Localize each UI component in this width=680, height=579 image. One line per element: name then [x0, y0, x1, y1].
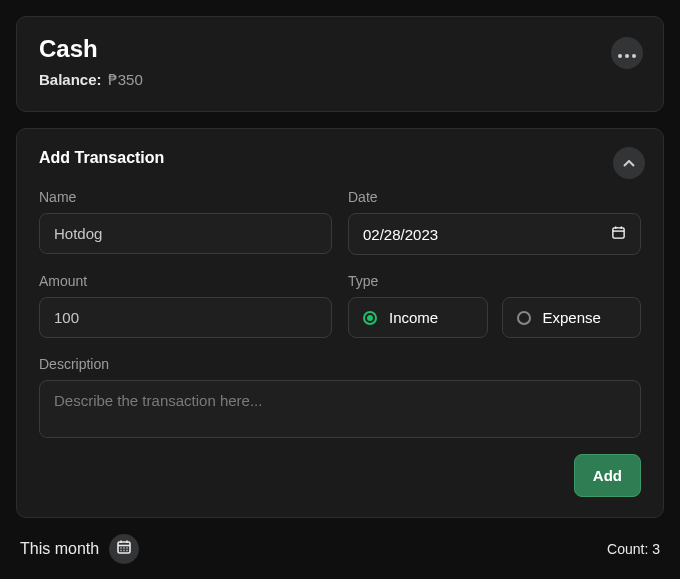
- calendar-icon: [611, 225, 626, 243]
- type-option-expense[interactable]: Expense: [502, 297, 642, 338]
- type-option-label: Income: [389, 309, 438, 326]
- date-label: Date: [348, 189, 641, 205]
- description-label: Description: [39, 356, 641, 372]
- type-option-label: Expense: [543, 309, 601, 326]
- balance-value: ₱350: [108, 71, 143, 88]
- chevron-up-icon: [623, 154, 635, 172]
- type-label: Type: [348, 273, 641, 289]
- amount-input[interactable]: [39, 297, 332, 338]
- period-picker-button[interactable]: [109, 534, 139, 564]
- balance-row: Balance: ₱350: [39, 71, 641, 89]
- collapse-button[interactable]: [613, 147, 645, 179]
- add-transaction-panel: Add Transaction Name Date 02/28/2023: [16, 128, 664, 518]
- svg-point-1: [625, 54, 629, 58]
- svg-point-2: [632, 54, 636, 58]
- radio-unselected-icon: [517, 311, 531, 325]
- svg-point-0: [618, 54, 622, 58]
- footer-row: This month Count: 3: [16, 534, 664, 564]
- balance-label: Balance:: [39, 71, 102, 88]
- calendar-icon: [116, 539, 132, 559]
- count-label: Count: 3: [607, 541, 660, 557]
- add-button[interactable]: Add: [574, 454, 641, 497]
- account-title: Cash: [39, 35, 641, 63]
- name-label: Name: [39, 189, 332, 205]
- date-value-text: 02/28/2023: [363, 226, 438, 243]
- svg-rect-3: [613, 228, 624, 238]
- amount-label: Amount: [39, 273, 332, 289]
- ellipsis-icon: [618, 44, 636, 62]
- period-label: This month: [20, 540, 99, 558]
- radio-selected-icon: [363, 311, 377, 325]
- section-title: Add Transaction: [39, 149, 641, 167]
- more-options-button[interactable]: [611, 37, 643, 69]
- account-header-panel: Cash Balance: ₱350: [16, 16, 664, 112]
- type-option-income[interactable]: Income: [348, 297, 488, 338]
- description-input[interactable]: [39, 380, 641, 438]
- date-input[interactable]: 02/28/2023: [348, 213, 641, 255]
- name-input[interactable]: [39, 213, 332, 254]
